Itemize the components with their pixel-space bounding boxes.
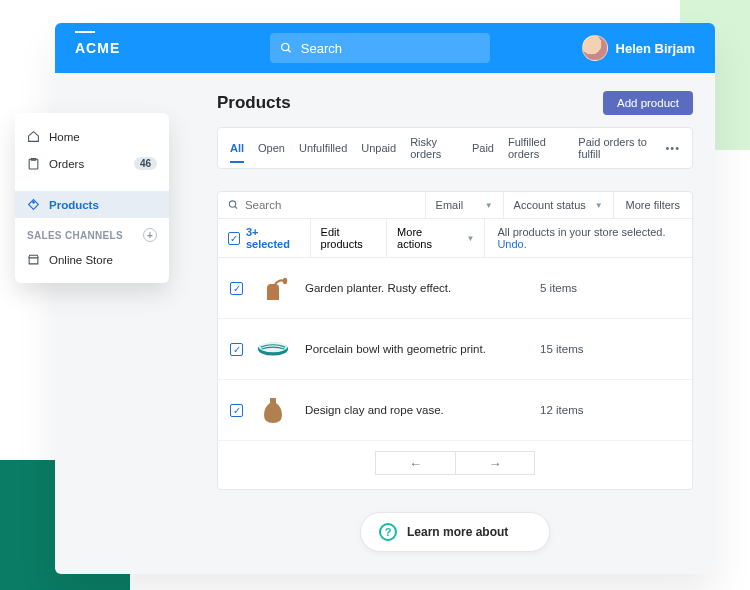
avatar	[582, 35, 608, 61]
product-thumbnail	[257, 272, 289, 304]
more-actions-dropdown[interactable]: More actions ▼	[387, 219, 485, 257]
top-bar: ACME Helen Birjam	[55, 23, 715, 73]
product-name: Design clay and rope vase.	[305, 404, 540, 416]
product-name: Garden planter. Rusty effect.	[305, 282, 540, 294]
store-icon	[27, 253, 41, 266]
search-icon	[280, 41, 293, 55]
user-name: Helen Birjam	[616, 41, 695, 56]
filter-search[interactable]	[218, 192, 426, 218]
row-checkbox[interactable]: ✓	[230, 282, 243, 295]
product-qty: 5 items	[540, 282, 680, 294]
select-all-checkbox[interactable]: ✓	[228, 232, 240, 245]
selection-message: All products in your store selected. Und…	[485, 219, 692, 257]
product-qty: 12 items	[540, 404, 680, 416]
add-product-button[interactable]: Add product	[603, 91, 693, 115]
learn-more-button[interactable]: ? Learn more about	[360, 512, 550, 552]
tab-unpaid[interactable]: Unpaid	[361, 142, 396, 154]
product-qty: 15 items	[540, 343, 680, 355]
svg-point-4	[283, 278, 287, 284]
tab-unfulfilled[interactable]: Unfulfilled	[299, 142, 347, 154]
global-search[interactable]	[270, 33, 490, 63]
row-checkbox[interactable]: ✓	[230, 404, 243, 417]
tab-paid[interactable]: Paid	[472, 142, 494, 154]
next-page-button[interactable]: →	[455, 451, 535, 475]
table-row[interactable]: ✓ Garden planter. Rusty effect. 5 items	[218, 258, 692, 319]
sidebar-item-home[interactable]: Home	[15, 123, 169, 150]
sidebar-channels-heading: SALES CHANNELS +	[15, 218, 169, 246]
product-name: Porcelain bowl with geometric print.	[305, 343, 540, 355]
undo-link[interactable]: Undo.	[497, 238, 526, 250]
chevron-down-icon: ▼	[466, 234, 474, 243]
global-search-input[interactable]	[301, 41, 480, 56]
tab-bar: All Open Unfulfilled Unpaid Risky orders…	[217, 127, 693, 169]
chevron-down-icon: ▼	[595, 201, 603, 210]
svg-line-3	[235, 206, 237, 208]
filter-account-status-dropdown[interactable]: Account status▼	[504, 192, 614, 218]
filter-email-dropdown[interactable]: Email▼	[426, 192, 504, 218]
tab-fulfilled[interactable]: Fulfilled orders	[508, 136, 564, 160]
page-title: Products	[217, 93, 291, 113]
sidebar-item-online-store[interactable]: Online Store	[15, 246, 169, 273]
svg-point-0	[282, 43, 289, 50]
tab-paid-to-fulfill[interactable]: Paid orders to fulfill	[578, 136, 651, 160]
pagination: ← →	[218, 441, 692, 489]
brand-logo: ACME	[75, 40, 120, 56]
table-row[interactable]: ✓ Design clay and rope vase. 12 items	[218, 380, 692, 441]
main-content: Products Add product All Open Unfulfille…	[195, 73, 715, 574]
tag-icon	[27, 198, 41, 211]
filter-row: Email▼ Account status▼ More filters	[218, 192, 692, 219]
more-filters-button[interactable]: More filters	[614, 192, 692, 218]
add-channel-button[interactable]: +	[143, 228, 157, 242]
search-icon	[228, 199, 239, 211]
tab-all[interactable]: All	[230, 142, 244, 154]
prev-page-button[interactable]: ←	[375, 451, 455, 475]
orders-icon	[27, 157, 41, 170]
filter-search-input[interactable]	[245, 199, 415, 211]
row-checkbox[interactable]: ✓	[230, 343, 243, 356]
svg-point-2	[229, 201, 235, 207]
products-panel: Email▼ Account status▼ More filters ✓ 3+…	[217, 191, 693, 490]
app-window: ACME Helen Birjam Products Add product A…	[55, 23, 715, 574]
tab-risky[interactable]: Risky orders	[410, 136, 458, 160]
user-menu[interactable]: Helen Birjam	[582, 35, 695, 61]
svg-point-8	[33, 202, 35, 204]
product-thumbnail	[257, 333, 289, 365]
orders-badge: 46	[134, 157, 157, 170]
select-all-cell[interactable]: ✓ 3+ selected	[218, 219, 311, 257]
sidebar: Home Orders 46 Products SALES CHANNELS +…	[15, 113, 169, 283]
tab-overflow-button[interactable]: •••	[665, 142, 680, 154]
bulk-action-row: ✓ 3+ selected Edit products More actions…	[218, 219, 692, 258]
selected-count: 3+ selected	[246, 226, 300, 250]
table-row[interactable]: ✓ Porcelain bowl with geometric print. 1…	[218, 319, 692, 380]
sidebar-item-products[interactable]: Products	[15, 191, 169, 218]
tab-open[interactable]: Open	[258, 142, 285, 154]
sidebar-item-orders[interactable]: Orders 46	[15, 150, 169, 177]
product-thumbnail	[257, 394, 289, 426]
chevron-down-icon: ▼	[485, 201, 493, 210]
svg-line-1	[288, 50, 291, 53]
edit-products-button[interactable]: Edit products	[311, 219, 388, 257]
home-icon	[27, 130, 41, 143]
help-icon: ?	[379, 523, 397, 541]
